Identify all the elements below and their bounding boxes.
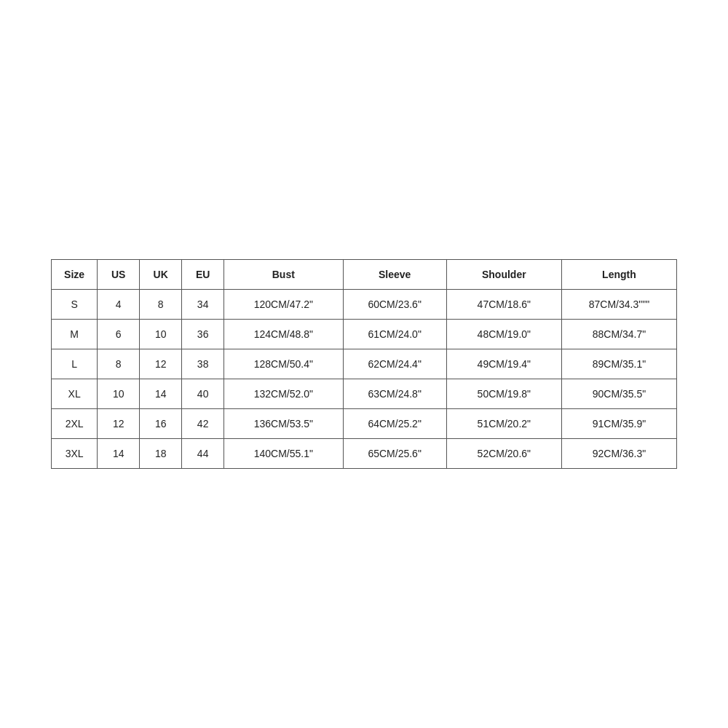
- cell-size: S: [52, 290, 98, 320]
- cell-size: M: [52, 320, 98, 349]
- cell-bust: 124CM/48.8": [224, 320, 343, 349]
- cell-length: 91CM/35.9": [561, 409, 676, 439]
- cell-sleeve: 65CM/25.6": [343, 439, 446, 469]
- cell-shoulder: 51CM/20.2": [446, 409, 561, 439]
- header-size: Size: [52, 260, 98, 290]
- cell-sleeve: 60CM/23.6": [343, 290, 446, 320]
- cell-sleeve: 64CM/25.2": [343, 409, 446, 439]
- cell-bust: 120CM/47.2": [224, 290, 343, 320]
- table-header-row: Size US UK EU Bust Sleeve Shoulder Lengt…: [52, 260, 677, 290]
- cell-eu: 38: [182, 349, 224, 379]
- cell-uk: 14: [140, 379, 182, 409]
- cell-shoulder: 49CM/19.4": [446, 349, 561, 379]
- cell-length: 88CM/34.7": [561, 320, 676, 349]
- header-uk: UK: [140, 260, 182, 290]
- cell-uk: 16: [140, 409, 182, 439]
- cell-shoulder: 48CM/19.0": [446, 320, 561, 349]
- cell-sleeve: 63CM/24.8": [343, 379, 446, 409]
- cell-length: 87CM/34.3""": [561, 290, 676, 320]
- size-chart-container: Size US UK EU Bust Sleeve Shoulder Lengt…: [51, 259, 677, 469]
- cell-us: 8: [98, 349, 140, 379]
- cell-us: 4: [98, 290, 140, 320]
- cell-eu: 42: [182, 409, 224, 439]
- table-row: XL101440132CM/52.0"63CM/24.8"50CM/19.8"9…: [52, 379, 677, 409]
- cell-eu: 36: [182, 320, 224, 349]
- cell-eu: 44: [182, 439, 224, 469]
- cell-bust: 136CM/53.5": [224, 409, 343, 439]
- cell-sleeve: 61CM/24.0": [343, 320, 446, 349]
- cell-uk: 18: [140, 439, 182, 469]
- cell-length: 92CM/36.3": [561, 439, 676, 469]
- cell-sleeve: 62CM/24.4": [343, 349, 446, 379]
- table-row: S4834120CM/47.2"60CM/23.6"47CM/18.6"87CM…: [52, 290, 677, 320]
- cell-eu: 34: [182, 290, 224, 320]
- cell-eu: 40: [182, 379, 224, 409]
- cell-size: XL: [52, 379, 98, 409]
- header-bust: Bust: [224, 260, 343, 290]
- cell-us: 10: [98, 379, 140, 409]
- table-row: 2XL121642136CM/53.5"64CM/25.2"51CM/20.2"…: [52, 409, 677, 439]
- cell-bust: 132CM/52.0": [224, 379, 343, 409]
- cell-length: 89CM/35.1": [561, 349, 676, 379]
- table-row: M61036124CM/48.8"61CM/24.0"48CM/19.0"88C…: [52, 320, 677, 349]
- cell-uk: 12: [140, 349, 182, 379]
- cell-size: L: [52, 349, 98, 379]
- cell-uk: 10: [140, 320, 182, 349]
- header-shoulder: Shoulder: [446, 260, 561, 290]
- cell-length: 90CM/35.5": [561, 379, 676, 409]
- cell-us: 14: [98, 439, 140, 469]
- cell-shoulder: 47CM/18.6": [446, 290, 561, 320]
- table-row: L81238128CM/50.4"62CM/24.4"49CM/19.4"89C…: [52, 349, 677, 379]
- header-us: US: [98, 260, 140, 290]
- header-length: Length: [561, 260, 676, 290]
- cell-us: 6: [98, 320, 140, 349]
- header-eu: EU: [182, 260, 224, 290]
- cell-size: 3XL: [52, 439, 98, 469]
- cell-size: 2XL: [52, 409, 98, 439]
- cell-us: 12: [98, 409, 140, 439]
- cell-bust: 128CM/50.4": [224, 349, 343, 379]
- cell-bust: 140CM/55.1": [224, 439, 343, 469]
- cell-shoulder: 50CM/19.8": [446, 379, 561, 409]
- header-sleeve: Sleeve: [343, 260, 446, 290]
- table-row: 3XL141844140CM/55.1"65CM/25.6"52CM/20.6"…: [52, 439, 677, 469]
- cell-shoulder: 52CM/20.6": [446, 439, 561, 469]
- cell-uk: 8: [140, 290, 182, 320]
- size-chart-table: Size US UK EU Bust Sleeve Shoulder Lengt…: [51, 259, 677, 469]
